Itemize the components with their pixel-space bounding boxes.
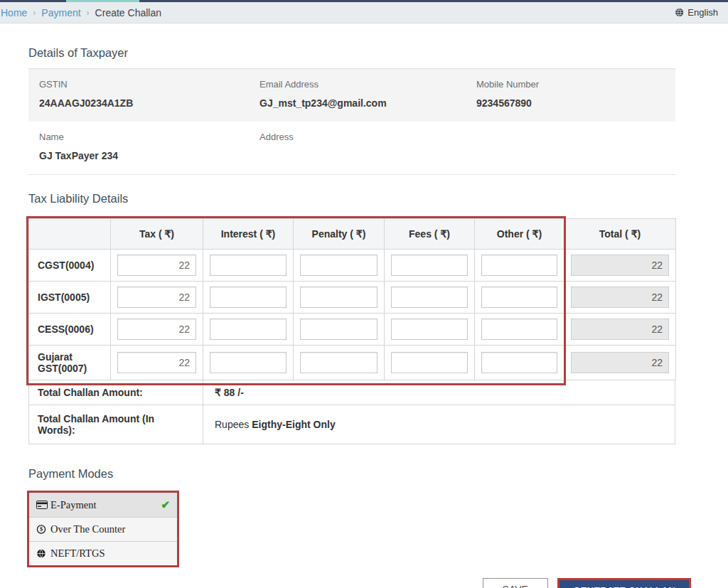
svg-text:$: $ bbox=[40, 526, 43, 533]
breadcrumb-home-link[interactable]: Home bbox=[1, 7, 27, 18]
col-header-total: Total ( ₹) bbox=[564, 219, 676, 250]
igst-interest-input[interactable] bbox=[210, 287, 287, 308]
cess-tax-input[interactable] bbox=[117, 319, 196, 340]
tax-liability-table-wrap: Tax ( ₹) Interest ( ₹) Penalty ( ₹) Fees… bbox=[28, 218, 675, 380]
row-label-cgst: CGST(0004) bbox=[29, 250, 111, 282]
globe-icon bbox=[675, 8, 684, 17]
total-amount-value: ₹ 88 /- bbox=[203, 380, 675, 405]
gujarat-gst-penalty-input[interactable] bbox=[300, 352, 378, 373]
cgst-total-field bbox=[571, 255, 669, 276]
col-header-penalty: Penalty ( ₹) bbox=[294, 219, 385, 250]
top-accent-bar bbox=[0, 0, 728, 2]
cess-total-field bbox=[571, 319, 669, 340]
total-words-label: Total Challan Amount (In Words): bbox=[29, 405, 203, 444]
total-words-row: Total Challan Amount (In Words): Rupees … bbox=[29, 405, 675, 444]
cgst-interest-input[interactable] bbox=[210, 255, 287, 276]
challan-totals: Total Challan Amount: ₹ 88 /- Total Chal… bbox=[28, 380, 675, 444]
gujarat-gst-tax-input[interactable] bbox=[117, 352, 196, 373]
name-label: Name bbox=[39, 132, 259, 142]
cess-other-input[interactable] bbox=[481, 319, 557, 340]
email-label: Email Address bbox=[259, 79, 476, 90]
payment-mode-label: NEFT/RTGS bbox=[50, 547, 105, 560]
breadcrumb-bar: Home › Payment › Create Challan English bbox=[0, 2, 728, 23]
language-label: English bbox=[687, 7, 718, 18]
total-amount-label: Total Challan Amount: bbox=[29, 380, 203, 405]
igst-penalty-input[interactable] bbox=[300, 287, 378, 308]
globe-icon bbox=[36, 549, 49, 558]
row-label-cess: CESS(0006) bbox=[29, 314, 111, 346]
taxpayer-row-1: GSTIN 24AAAGJ0234A1ZB Email Address GJ_m… bbox=[28, 69, 675, 122]
col-header-tax: Tax ( ₹) bbox=[111, 219, 203, 250]
email-value: GJ_mst_tp234@gmail.com bbox=[259, 97, 476, 109]
address-value bbox=[259, 150, 476, 161]
taxpayer-section-title: Details of Taxpayer bbox=[28, 46, 675, 60]
mobile-label: Mobile Number bbox=[476, 79, 675, 90]
name-value: GJ TaxPayer 234 bbox=[39, 150, 259, 161]
cgst-fees-input[interactable] bbox=[391, 255, 468, 276]
cgst-other-input[interactable] bbox=[481, 255, 557, 276]
corner-cell bbox=[29, 219, 111, 250]
cgst-tax-input[interactable] bbox=[117, 255, 196, 276]
check-icon: ✔ bbox=[161, 498, 170, 511]
igst-other-input[interactable] bbox=[481, 287, 557, 308]
cess-penalty-input[interactable] bbox=[300, 319, 378, 340]
cash-coin-icon: $ bbox=[36, 525, 49, 534]
credit-card-icon bbox=[36, 501, 49, 509]
payment-mode-label: E-Payment bbox=[50, 499, 96, 511]
gujarat-gst-fees-input[interactable] bbox=[391, 352, 468, 373]
cgst-penalty-input[interactable] bbox=[300, 255, 378, 276]
igst-total-field bbox=[571, 287, 669, 308]
action-button-bar: SAVE GENERATE CHALLAN bbox=[28, 578, 691, 588]
total-amount-row: Total Challan Amount: ₹ 88 /- bbox=[29, 380, 675, 405]
annotation-payment-modes-highlight: E-Payment ✔ $ Over The Counter NEFT/RTGS bbox=[27, 491, 179, 567]
gujarat-gst-other-input[interactable] bbox=[481, 352, 557, 373]
table-row-cess: CESS(0006) bbox=[29, 314, 676, 346]
total-words-prefix: Rupees bbox=[215, 419, 249, 430]
row-label-gujarat-gst: Gujarat GST(0007) bbox=[29, 346, 111, 380]
table-header-row: Tax ( ₹) Interest ( ₹) Penalty ( ₹) Fees… bbox=[29, 219, 676, 250]
gstin-label: GSTIN bbox=[39, 79, 259, 90]
breadcrumb-separator: › bbox=[87, 8, 90, 18]
payment-modes-section-title: Payment Modes bbox=[28, 467, 675, 481]
total-words-amount: Eigthy-Eight Only bbox=[252, 419, 335, 430]
tax-liability-section-title: Tax Liability Details bbox=[28, 192, 675, 205]
taxpayer-panel: GSTIN 24AAAGJ0234A1ZB Email Address GJ_m… bbox=[28, 68, 675, 175]
gstin-value: 24AAAGJ0234A1ZB bbox=[39, 97, 259, 109]
payment-mode-neft-rtgs[interactable]: NEFT/RTGS bbox=[29, 542, 177, 565]
table-row-gujarat-gst: Gujarat GST(0007) bbox=[29, 346, 676, 380]
table-row-igst: IGST(0005) bbox=[29, 282, 676, 314]
save-button[interactable]: SAVE bbox=[483, 578, 548, 588]
payment-mode-label: Over The Counter bbox=[50, 523, 125, 535]
col-header-interest: Interest ( ₹) bbox=[203, 219, 294, 250]
gujarat-gst-interest-input[interactable] bbox=[210, 352, 287, 373]
generate-challan-button[interactable]: GENERATE CHALLAN bbox=[557, 578, 691, 588]
mobile-value: 9234567890 bbox=[476, 97, 675, 109]
row-label-igst: IGST(0005) bbox=[29, 282, 111, 314]
table-row-cgst: CGST(0004) bbox=[29, 250, 676, 282]
teal-accent-segment bbox=[66, 0, 139, 2]
language-selector[interactable]: English bbox=[675, 7, 718, 18]
breadcrumb-separator: › bbox=[33, 8, 36, 18]
gujarat-gst-total-field bbox=[571, 352, 669, 373]
breadcrumb-current-page: Create Challan bbox=[95, 7, 161, 18]
cess-interest-input[interactable] bbox=[210, 319, 287, 340]
breadcrumb: Home › Payment › Create Challan bbox=[1, 7, 161, 18]
col-header-other: Other ( ₹) bbox=[475, 219, 564, 250]
payment-mode-over-the-counter[interactable]: $ Over The Counter bbox=[29, 518, 177, 542]
col-header-fees: Fees ( ₹) bbox=[385, 219, 475, 250]
cess-fees-input[interactable] bbox=[391, 319, 468, 340]
total-words-value: Rupees Eigthy-Eight Only bbox=[203, 405, 675, 444]
breadcrumb-payment-link[interactable]: Payment bbox=[41, 7, 80, 18]
tax-liability-table: Tax ( ₹) Interest ( ₹) Penalty ( ₹) Fees… bbox=[28, 218, 676, 380]
address-label: Address bbox=[259, 132, 476, 142]
igst-fees-input[interactable] bbox=[391, 287, 468, 308]
payment-modes-list: E-Payment ✔ $ Over The Counter NEFT/RTGS bbox=[29, 493, 177, 565]
taxpayer-row-2: Name GJ TaxPayer 234 Address bbox=[28, 122, 675, 174]
payment-mode-e-payment[interactable]: E-Payment ✔ bbox=[29, 493, 177, 518]
igst-tax-input[interactable] bbox=[117, 287, 196, 308]
